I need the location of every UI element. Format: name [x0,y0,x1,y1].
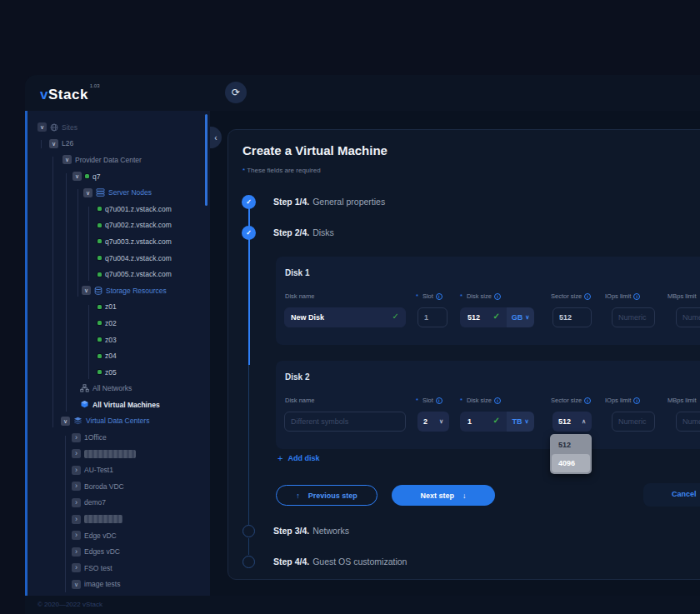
redacted-label [84,515,122,523]
disk2-size-field: 1✓ TB∨ [460,412,534,432]
tree-item-node[interactable]: q7u005.z.vstack.com [25,266,210,282]
arrow-down-icon: ↓ [462,492,467,500]
disk2-slot-select[interactable]: 2∨ [418,412,449,432]
info-icon[interactable] [633,397,640,404]
chevron-right-icon[interactable] [72,547,81,557]
tree-item-storage-resources[interactable]: Storage Resources [25,282,210,299]
iops-limit-input[interactable] [612,307,655,327]
expand-checkbox-icon[interactable] [49,139,58,148]
disk1-iops-field [612,307,655,327]
expand-checkbox-icon[interactable] [62,155,72,164]
chevron-right-icon[interactable] [72,482,81,491]
info-icon[interactable] [584,397,591,404]
cube-icon [80,400,89,409]
layers-icon [73,417,82,425]
expand-checkbox-icon[interactable] [61,417,70,426]
iops-limit-label: IOps limit [605,397,640,404]
tree-item-vdc[interactable]: Edge vDC [25,527,210,544]
sector-size-label: Sector size [551,292,591,300]
app-header: vStack1.03 [25,75,700,111]
step4-label[interactable]: Step 4/4.Guest OS customization [273,557,407,567]
info-icon[interactable] [633,293,640,300]
tree-item-node[interactable]: q7u004.z.vstack.com [25,250,210,267]
tree-item-node[interactable]: q7u001.z.vstack.com [25,201,210,217]
info-icon[interactable] [584,293,591,300]
main-content: Create a Virtual Machine *These fields a… [210,111,700,596]
step3-label[interactable]: Step 3/4.Networks [273,526,349,536]
tree-item-all-networks[interactable]: All Networks [25,381,210,397]
step1-label[interactable]: Step 1/4.General properties [273,197,385,207]
chevron-right-icon[interactable] [72,515,81,524]
chevron-right-icon[interactable] [72,531,81,540]
tree-item-provider-dc[interactable]: Provider Data Center [25,152,210,168]
info-icon[interactable] [436,293,442,300]
disk-size-label: *Disk size [460,397,501,404]
expand-checkbox-icon[interactable] [72,172,82,181]
chevron-right-icon[interactable] [72,498,81,507]
disk1-name-field: ✓ [284,307,406,327]
valid-check-icon: ✓ [493,416,500,425]
expand-checkbox-icon[interactable] [83,188,92,197]
tree-item-vdc[interactable]: Boroda VDC [25,478,210,495]
tree-item-node[interactable]: q7u002.z.vstack.com [25,217,210,234]
tree-item-server-nodes[interactable]: Server Nodes [25,184,210,201]
tree-item-vdc[interactable]: 1Office [25,429,210,446]
chevron-down-icon[interactable] [72,580,81,589]
next-step-button[interactable]: Next step↓ [392,485,495,506]
tree-item-zpool[interactable]: z05 [25,364,210,381]
disk-size-unit-select[interactable]: TB∨ [507,412,534,432]
info-icon[interactable] [494,397,501,404]
tree-item-all-virtual-machines[interactable]: All Virtual Machines [25,397,210,413]
expand-checkbox-icon[interactable] [38,122,47,132]
navigation-sidebar: Sites L26 Provider Data Center q7 [25,111,210,596]
step2-label[interactable]: Step 2/4.Disks [273,227,334,237]
tree-item-vdc[interactable]: demo7 [25,495,210,512]
iops-limit-input[interactable] [612,412,655,432]
tree-item-zpool[interactable]: z02 [25,315,210,332]
sector-option-4096[interactable]: 4096 [552,454,590,472]
disk1-slot-field [418,307,448,327]
tree-item-vdc[interactable]: FSO test [25,560,210,577]
chevron-right-icon[interactable] [72,449,81,458]
mbps-limit-input[interactable] [676,412,700,432]
network-icon [80,384,89,392]
sidebar-scrollbar[interactable] [205,114,208,206]
tree-item-l26[interactable]: L26 [25,136,210,152]
tree-item-zpool[interactable]: z04 [25,347,210,364]
chevron-right-icon[interactable] [72,466,81,475]
mbps-limit-input[interactable] [676,307,700,327]
disk2-sector-select[interactable]: 512∧ [552,412,592,432]
previous-step-button[interactable]: ↑Previous step [276,485,378,506]
disk-size-value[interactable]: 512✓ [460,307,507,327]
tree-item-vdc[interactable]: AU-Test1 [25,462,210,478]
refresh-icon[interactable] [225,82,247,103]
disk-name-input[interactable] [284,412,406,432]
tree-item-vdc[interactable]: Edges vDC [25,543,210,560]
tree-item-q7[interactable]: q7 [25,168,210,185]
tree-item-zpool[interactable]: z03 [25,332,210,348]
chevron-right-icon[interactable] [72,433,81,442]
plus-icon: + [278,453,282,463]
tree-item-sites[interactable]: Sites [25,119,210,136]
sector-option-512[interactable]: 512 [552,436,590,454]
add-disk-button[interactable]: +Add disk [278,453,319,463]
chevron-down-icon: ∨ [524,418,528,425]
info-icon[interactable] [436,397,442,404]
tree-item-vdc-redacted[interactable] [25,511,210,527]
sidebar-collapse-button[interactable] [210,127,222,148]
sector-size-input[interactable] [552,307,592,327]
chevron-right-icon[interactable] [72,563,81,572]
tree-item-node[interactable]: q7u003.z.vstack.com [25,233,210,250]
tree-item-zpool[interactable]: z01 [25,299,210,316]
cancel-button[interactable]: Cancel [672,490,697,498]
info-icon[interactable] [494,293,501,300]
tree-item-image-tests[interactable]: image tests [25,577,210,593]
disk-name-input[interactable] [284,307,406,327]
tree-item-vdc-redacted[interactable] [25,446,210,462]
disk-size-value[interactable]: 1✓ [460,412,507,432]
disk2-name-field [284,412,406,432]
slot-input[interactable] [418,307,448,327]
disk-size-unit-select[interactable]: GB∨ [507,307,534,327]
expand-checkbox-icon[interactable] [82,286,91,295]
tree-item-virtual-data-centers[interactable]: Virtual Data Centers [25,413,210,430]
